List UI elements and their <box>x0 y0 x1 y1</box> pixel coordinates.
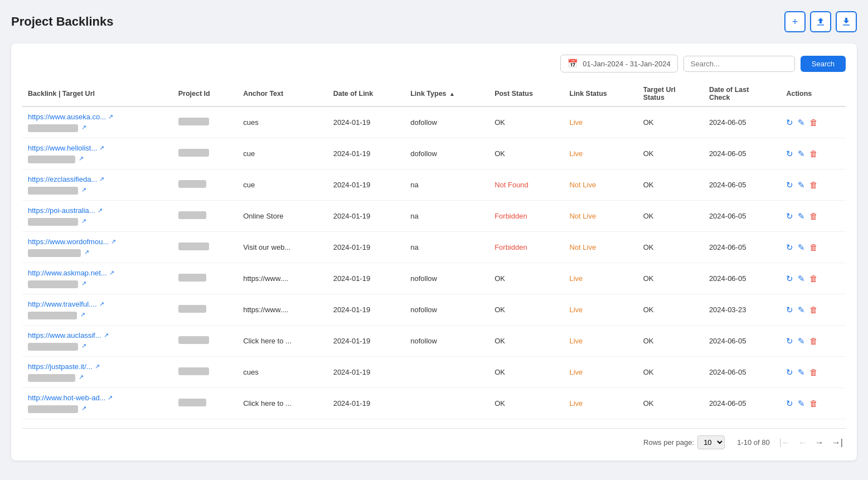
rows-per-page-select[interactable]: 10 5 25 50 <box>697 435 725 449</box>
link-types-cell: dofollow <box>405 138 489 169</box>
backlink-cell: http://www.askmap.net... ↗ ↗ <box>22 263 173 294</box>
external-link-icon: ↗ <box>111 238 116 245</box>
backlink-url-link[interactable]: http://www.travelful.... ↗ <box>28 300 167 308</box>
edit-icon[interactable]: ✎ <box>798 305 805 315</box>
actions-cell: ↻ ✎ 🗑 <box>780 232 846 263</box>
refresh-icon[interactable]: ↻ <box>786 211 793 221</box>
target-url-link[interactable]: ↗ <box>81 217 86 225</box>
delete-icon[interactable]: 🗑 <box>809 336 818 346</box>
target-url-status-cell: OK <box>638 201 704 232</box>
target-url-link[interactable]: ↗ <box>81 124 86 131</box>
delete-icon[interactable]: 🗑 <box>809 243 818 252</box>
last-page-button[interactable]: →| <box>829 437 846 449</box>
anchor-text-cell: Click here to ... <box>237 326 327 357</box>
backlink-url-link[interactable]: http://www.hot-web-ad... ↗ <box>28 394 167 402</box>
link-status-value: Live <box>569 306 583 314</box>
post-status-value: Forbidden <box>494 212 527 220</box>
refresh-icon[interactable]: ↻ <box>786 367 793 377</box>
delete-icon[interactable]: 🗑 <box>809 367 818 377</box>
link-status-cell: Not Live <box>564 232 637 263</box>
edit-icon[interactable]: ✎ <box>798 211 805 221</box>
refresh-icon[interactable]: ↻ <box>786 118 793 128</box>
backlink-url-link[interactable]: https://poi-australia... ↗ <box>28 206 167 215</box>
col-date-of-link: Date of Link <box>328 81 405 106</box>
col-link-types[interactable]: Link Types ▲ <box>405 81 489 106</box>
refresh-icon[interactable]: ↻ <box>786 305 793 315</box>
action-icons: ↻ ✎ 🗑 <box>786 336 840 346</box>
prev-page-button[interactable]: ← <box>796 437 810 449</box>
refresh-icon[interactable]: ↻ <box>786 274 793 284</box>
edit-icon[interactable]: ✎ <box>798 149 805 159</box>
backlink-url-link[interactable]: https://www.wordofmou... ↗ <box>28 237 167 246</box>
edit-icon[interactable]: ✎ <box>798 367 805 377</box>
table-row: http://www.hot-web-ad... ↗ ↗ Click here … <box>22 388 846 419</box>
delete-icon[interactable]: 🗑 <box>809 149 818 158</box>
date-of-link-cell: 2024-01-19 <box>328 326 405 357</box>
edit-icon[interactable]: ✎ <box>798 274 805 284</box>
col-backlink-target-url: Backlink | Target Url <box>22 81 173 106</box>
backlink-url-link[interactable]: https://www.hellolist... ↗ <box>28 144 167 152</box>
edit-icon[interactable]: ✎ <box>798 399 805 409</box>
first-page-button[interactable]: |← <box>777 437 793 449</box>
upload-button[interactable] <box>810 11 831 32</box>
col-actions: Actions <box>780 81 846 106</box>
delete-icon[interactable]: 🗑 <box>809 211 818 221</box>
external-link-icon: ↗ <box>99 300 104 308</box>
refresh-icon[interactable]: ↻ <box>786 149 793 159</box>
external-link-icon-2: ↗ <box>81 217 86 225</box>
edit-icon[interactable]: ✎ <box>798 336 805 346</box>
target-url-link[interactable]: ↗ <box>81 342 86 350</box>
backlink-cell: https://poi-australia... ↗ ↗ <box>22 201 173 232</box>
delete-icon[interactable]: 🗑 <box>809 274 818 283</box>
date-last-check-cell: 2024-06-05 <box>704 263 781 294</box>
target-url-status-cell: OK <box>638 263 704 294</box>
backlink-url-link[interactable]: https://justpaste.it/... ↗ <box>28 362 167 371</box>
project-id-cell <box>173 326 237 357</box>
backlink-url-link[interactable]: http://www.askmap.net... ↗ <box>28 269 167 277</box>
refresh-icon[interactable]: ↻ <box>786 399 793 409</box>
target-url-link[interactable]: ↗ <box>81 186 86 193</box>
search-button[interactable]: Search <box>801 56 846 72</box>
backlink-url-link[interactable]: https://www.auseka.co... ↗ <box>28 113 167 121</box>
action-icons: ↻ ✎ 🗑 <box>786 367 840 377</box>
target-url-link[interactable]: ↗ <box>79 374 84 381</box>
date-range-picker[interactable]: 📅 01-Jan-2024 - 31-Jan-2024 <box>560 55 678 72</box>
anchor-text-cell: cue <box>237 169 327 201</box>
link-types-cell: na <box>405 201 489 232</box>
target-url-link[interactable]: ↗ <box>79 155 84 162</box>
anchor-text-cell: cues <box>237 357 327 388</box>
backlink-url-link[interactable]: https://ezclassifieda... ↗ <box>28 175 167 183</box>
link-types-cell: nofollow <box>405 263 489 294</box>
backlink-url-link[interactable]: https://www.auclassif... ↗ <box>28 331 167 340</box>
edit-icon[interactable]: ✎ <box>798 180 805 190</box>
refresh-icon[interactable]: ↻ <box>786 243 793 253</box>
link-status-cell: Live <box>564 388 637 419</box>
main-card: 📅 01-Jan-2024 - 31-Jan-2024 Search Backl… <box>11 43 857 460</box>
date-last-check-cell: 2024-06-05 <box>704 357 781 388</box>
table-row: http://www.askmap.net... ↗ ↗ https://www… <box>22 263 846 294</box>
target-url-link[interactable]: ↗ <box>81 405 86 412</box>
refresh-icon[interactable]: ↻ <box>786 336 793 346</box>
next-page-button[interactable]: → <box>812 437 827 449</box>
search-input[interactable] <box>683 56 795 72</box>
post-status-cell: OK <box>489 263 564 294</box>
edit-icon[interactable]: ✎ <box>798 118 805 128</box>
add-button[interactable]: + <box>784 11 806 32</box>
external-link-icon-2: ↗ <box>81 186 86 193</box>
link-status-value: Live <box>569 399 583 408</box>
delete-icon[interactable]: 🗑 <box>809 305 818 314</box>
delete-icon[interactable]: 🗑 <box>809 118 818 127</box>
link-status-cell: Live <box>564 106 637 138</box>
download-button[interactable] <box>836 11 857 32</box>
delete-icon[interactable]: 🗑 <box>809 399 818 408</box>
target-url-link[interactable]: ↗ <box>80 311 85 318</box>
edit-icon[interactable]: ✎ <box>798 243 805 253</box>
target-url-link[interactable]: ↗ <box>84 249 89 256</box>
rows-per-page-label: Rows per page: <box>643 438 694 447</box>
delete-icon[interactable]: 🗑 <box>809 180 818 190</box>
anchor-text-cell: https://www.... <box>237 263 327 294</box>
refresh-icon[interactable]: ↻ <box>786 180 793 190</box>
target-url-link[interactable]: ↗ <box>81 280 86 287</box>
anchor-text-cell: https://www.... <box>237 294 327 326</box>
post-status-value: Not Found <box>494 181 528 189</box>
